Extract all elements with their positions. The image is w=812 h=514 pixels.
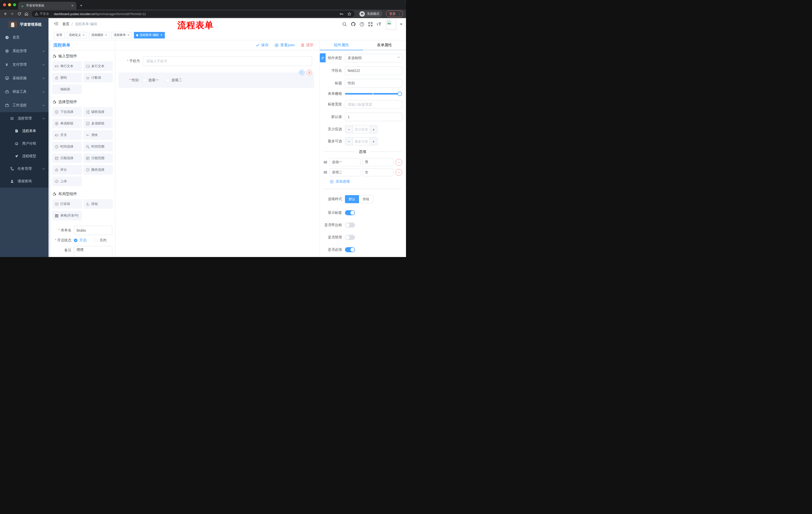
- form-name-input[interactable]: [74, 226, 112, 235]
- status-off-label[interactable]: 关闭: [99, 238, 107, 243]
- disabled-toggle[interactable]: [345, 235, 355, 240]
- tag-process-form[interactable]: 流程表单 ✕: [111, 32, 132, 38]
- sidebar-item-system-mgmt[interactable]: 系统管理: [0, 44, 49, 58]
- decrease-button[interactable]: −: [345, 138, 353, 145]
- tag-process-model[interactable]: 流程模型 ✕: [89, 32, 109, 38]
- maximize-window-button[interactable]: [13, 3, 16, 6]
- save-button[interactable]: 保存: [256, 43, 268, 48]
- close-tag-icon[interactable]: ✕: [160, 33, 163, 37]
- status-on-radio[interactable]: [74, 239, 77, 242]
- drag-handle-icon[interactable]: [323, 160, 327, 164]
- selected-gender-component[interactable]: 性别 选项一 选项二: [119, 73, 314, 88]
- sidebar-item-payment-mgmt[interactable]: ¥ 支付管理: [0, 58, 49, 72]
- sidebar-item-task-mgmt[interactable]: 任务管理: [0, 162, 49, 175]
- update-browser-button[interactable]: 更新 ⋮: [386, 10, 403, 17]
- remove-option-button[interactable]: −: [396, 159, 402, 166]
- palette-item-upload[interactable]: 上传: [52, 177, 82, 186]
- chevron-down-icon[interactable]: [400, 24, 403, 26]
- checkbox[interactable]: [143, 78, 146, 82]
- palette-item-color-picker[interactable]: 颜色选择: [83, 165, 113, 174]
- increase-button[interactable]: +: [370, 138, 377, 145]
- delete-component-button[interactable]: [307, 70, 312, 75]
- palette-item-date-picker[interactable]: 日期选择: [52, 154, 82, 163]
- fullscreen-icon[interactable]: [368, 22, 373, 27]
- remove-option-button[interactable]: −: [396, 169, 402, 176]
- palette-item-time-range[interactable]: 时间范围: [83, 142, 113, 152]
- browser-tab[interactable]: 芋道管理系统 ✕: [18, 2, 76, 9]
- view-json-button[interactable]: 查看json: [274, 43, 295, 48]
- sidebar-item-workflow[interactable]: 工作流程: [0, 99, 49, 112]
- sidebar-item-dev-tools[interactable]: 研发工具: [0, 85, 49, 99]
- option-name-input[interactable]: [329, 168, 360, 176]
- palette-item-password[interactable]: 密码: [52, 73, 82, 82]
- drag-handle-icon[interactable]: [323, 170, 327, 174]
- style-button-button[interactable]: 按钮: [359, 195, 373, 203]
- show-label-toggle[interactable]: [345, 210, 355, 215]
- github-icon[interactable]: [351, 22, 356, 27]
- title-input[interactable]: [345, 79, 402, 87]
- min-checked-input[interactable]: [353, 126, 370, 133]
- component-type-select[interactable]: [345, 54, 402, 62]
- phone-input[interactable]: [143, 56, 312, 66]
- clear-button[interactable]: 清空: [301, 43, 314, 48]
- border-toggle[interactable]: [345, 222, 355, 227]
- checkbox[interactable]: [166, 78, 169, 82]
- close-window-button[interactable]: [3, 3, 6, 6]
- sidebar-item-process-mgmt[interactable]: 流程管理: [0, 112, 49, 125]
- minimize-window-button[interactable]: [8, 3, 11, 6]
- sidebar-item-user-group[interactable]: 用户分组: [0, 137, 49, 150]
- grid-slider[interactable]: [345, 93, 400, 94]
- close-tab-icon[interactable]: ✕: [71, 4, 74, 7]
- close-tag-icon[interactable]: ✕: [82, 33, 85, 37]
- option-value-input[interactable]: [362, 168, 394, 176]
- palette-item-row-container[interactable]: 行容器: [52, 199, 82, 209]
- phone-field-row[interactable]: 手机号: [115, 56, 320, 66]
- url-input[interactable]: 不安全 dashboard.yudao.iocoder.cn/bpm/manag…: [32, 10, 354, 17]
- reload-icon[interactable]: [17, 11, 22, 17]
- avatar[interactable]: [386, 19, 396, 29]
- sidebar-item-process-model[interactable]: 流程模型: [0, 150, 49, 162]
- palette-item-switch[interactable]: 开关: [52, 130, 82, 140]
- forward-icon[interactable]: [9, 11, 15, 17]
- palette-item-cascader[interactable]: 级联选择: [83, 107, 113, 117]
- field-name-input[interactable]: [345, 66, 402, 75]
- browser-menu-icon[interactable]: ⋮: [398, 12, 401, 16]
- tag-home[interactable]: 首页: [54, 32, 64, 38]
- breadcrumb-home[interactable]: 首页: [62, 22, 69, 26]
- tag-process-form-edit[interactable]: 流程表单-编辑 ✕: [134, 32, 165, 38]
- decrease-button[interactable]: −: [345, 126, 353, 133]
- palette-item-slider[interactable]: 滑块: [83, 130, 113, 140]
- tab-form-props[interactable]: 表单属性: [363, 40, 406, 50]
- palette-item-button[interactable]: 按钮: [83, 199, 113, 209]
- password-key-icon[interactable]: [340, 12, 344, 16]
- increase-button[interactable]: +: [370, 126, 377, 133]
- palette-item-time-picker[interactable]: 时间选择: [52, 142, 82, 152]
- option-name-input[interactable]: [329, 158, 360, 166]
- palette-item-radio-group[interactable]: 单选框组: [52, 119, 82, 128]
- form-canvas[interactable]: 手机号 性别: [115, 50, 320, 257]
- new-tab-button[interactable]: +: [80, 3, 82, 8]
- slider-handle[interactable]: [398, 91, 402, 96]
- copy-component-button[interactable]: [299, 70, 304, 75]
- palette-item-table[interactable]: 表格[开发中]: [52, 211, 82, 220]
- palette-item-rate[interactable]: 评分: [52, 165, 82, 174]
- max-checked-input[interactable]: [353, 138, 370, 145]
- form-remark-textarea[interactable]: 嘿嘿: [74, 246, 112, 257]
- sidebar-brand[interactable]: 芋道管理系统: [0, 18, 49, 31]
- back-icon[interactable]: [2, 11, 8, 17]
- palette-item-counter[interactable]: 123 计数器: [83, 73, 113, 82]
- style-default-button[interactable]: 默认: [345, 195, 359, 203]
- palette-item-checkbox-group[interactable]: 多选框组: [83, 119, 113, 128]
- font-size-icon[interactable]: TT: [377, 22, 382, 26]
- option-value-input[interactable]: [362, 158, 394, 166]
- sidebar-scrollbar[interactable]: [49, 18, 50, 257]
- gender-option-1[interactable]: 选项一: [143, 78, 159, 82]
- palette-item-select[interactable]: 下拉选择: [52, 107, 82, 117]
- gender-option-2[interactable]: 选项二: [166, 78, 182, 82]
- sidebar-item-infrastructure[interactable]: 基础设施: [0, 72, 49, 85]
- search-icon[interactable]: [342, 22, 347, 27]
- collapse-sidebar-icon[interactable]: [54, 22, 58, 27]
- tag-process-definition[interactable]: 流程定义 ✕: [66, 32, 87, 38]
- sidebar-item-home[interactable]: 首页: [0, 31, 49, 44]
- sidebar-item-leave-query[interactable]: 请假查询: [0, 175, 49, 188]
